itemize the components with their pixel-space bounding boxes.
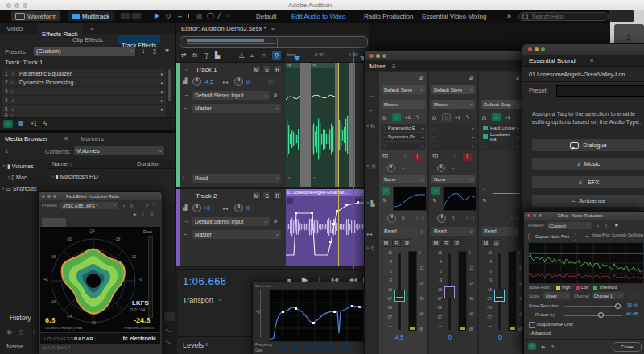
- track1-mute-button[interactable]: M: [252, 65, 261, 73]
- import-icon[interactable]: ↓: [5, 146, 9, 154]
- eq-graph[interactable]: [269, 289, 364, 342]
- column-name[interactable]: Name ↑: [52, 160, 72, 167]
- audio-clip[interactable]: [338, 63, 349, 187]
- fx-toggle-icon[interactable]: fx: [192, 51, 197, 59]
- audio-clip[interactable]: Pp.. ◔: [311, 63, 335, 187]
- strip2-automation-select[interactable]: Read˅: [431, 227, 475, 236]
- es-preset-select[interactable]: [556, 85, 644, 97]
- nr-close-button[interactable]: [527, 214, 530, 217]
- marquee-tool[interactable]: ▦: [196, 12, 203, 19]
- track1-name[interactable]: Track 1: [196, 66, 217, 73]
- panel-menu-icon[interactable]: ≡: [590, 57, 594, 64]
- track1-arm-button[interactable]: R: [273, 65, 282, 73]
- rack-list-icon[interactable]: ▦: [18, 120, 24, 127]
- strip1-fx-slot[interactable]: ○▸: [381, 142, 426, 150]
- mixer-minimize-button[interactable]: [376, 54, 380, 58]
- close-button[interactable]: Close: [613, 342, 642, 352]
- slip-tool[interactable]: ↔: [176, 12, 183, 19]
- strip3-volume-value[interactable]: 0: [498, 335, 502, 340]
- panel-menu-icon[interactable]: ≡: [64, 135, 68, 142]
- strip3-mute[interactable]: M: [481, 239, 490, 247]
- metronome-icon[interactable]: △: [239, 51, 244, 59]
- tab-markers[interactable]: Markers: [80, 135, 104, 142]
- panel-menu-icon[interactable]: ≡: [205, 341, 209, 348]
- pencil-icon[interactable]: ✎: [482, 198, 487, 204]
- track1-solo-button[interactable]: S: [262, 65, 271, 73]
- effect-slot-row[interactable]: 6 ○: [2, 113, 166, 117]
- media-row-macintosh-hd[interactable]: › ▮ Macintosh HD: [52, 173, 98, 180]
- track2-pan-knob[interactable]: [234, 204, 243, 212]
- editor-title[interactable]: Editor: Audition Demo2.sesx *: [181, 25, 266, 32]
- strip3-gain-slider[interactable]: [493, 193, 520, 194]
- send-power-icon[interactable]: ○: [453, 154, 456, 158]
- radar-trash-icon[interactable]: ▯: [130, 203, 133, 208]
- track1-pan-knob[interactable]: [234, 77, 243, 86]
- tab-effects-rack[interactable]: Effects Rack: [37, 23, 83, 34]
- strip2-mute[interactable]: M: [431, 239, 440, 247]
- ambience-button[interactable]: ≈ Ambience: [532, 195, 644, 207]
- strip2-send-knob[interactable]: [437, 164, 445, 172]
- overdub-icon[interactable]: ▵: [250, 51, 254, 59]
- timecode-display[interactable]: 1:06.666: [183, 275, 227, 287]
- track1-volume-value[interactable]: -4.5: [204, 79, 213, 84]
- rack-scrollbar[interactable]: [168, 69, 171, 101]
- mono-icon[interactable]: ⌀: [516, 75, 519, 81]
- track2-solo-button[interactable]: S: [262, 191, 271, 200]
- workspace-default[interactable]: Default: [256, 13, 276, 20]
- strip2-pan-value[interactable]: 0: [452, 216, 455, 221]
- select-noise-file-button[interactable]: [627, 292, 643, 299]
- monitor-icon[interactable]: ∩: [262, 51, 266, 59]
- meters-icon[interactable]: ▙: [215, 51, 220, 59]
- strip1-arm[interactable]: R: [402, 239, 411, 247]
- strip2-fx-slot[interactable]: ○▸: [431, 124, 476, 132]
- nr-amount-handle[interactable]: [615, 303, 621, 309]
- lightning-icon[interactable]: ϟ: [416, 114, 419, 120]
- strip1-send-dest[interactable]: None>: [382, 175, 425, 183]
- effect-slot-row[interactable]: 4 ○ ▸: [2, 96, 166, 104]
- tab-clip-effects[interactable]: Clip Effects: [72, 36, 103, 43]
- pencil-icon[interactable]: ✎: [382, 198, 387, 204]
- track2-arm-button[interactable]: R: [273, 191, 282, 200]
- razor-tool[interactable]: ◇: [166, 12, 171, 19]
- strip3-fader[interactable]: [494, 290, 505, 302]
- track2-volume-knob[interactable]: [192, 204, 201, 212]
- power-icon[interactable]: ○: [11, 106, 19, 112]
- scale-select[interactable]: Linear˅: [543, 292, 571, 299]
- lightning-icon[interactable]: ϟ: [43, 120, 47, 127]
- strip3-fx-power[interactable]: ○: [492, 113, 501, 121]
- tree-item-volumes[interactable]: ˅ ▮ Volumes: [2, 163, 34, 170]
- strip2-pan-knob[interactable]: [437, 214, 446, 223]
- panel-menu-icon[interactable]: ≡: [218, 296, 222, 303]
- ibeam-tool[interactable]: I: [188, 12, 189, 19]
- mono-icon[interactable]: ⌀: [419, 75, 423, 81]
- music-button[interactable]: ♪ Music: [532, 158, 644, 170]
- strip1-automation-select[interactable]: Read˅: [382, 227, 425, 236]
- gutter-fx-icon[interactable]: ˅ fx: [366, 123, 375, 129]
- power-icon[interactable]: ○: [11, 97, 19, 103]
- master-gain-slider[interactable]: [260, 290, 261, 337]
- save-preset-icon[interactable]: ↓: [142, 47, 146, 55]
- gutter-eq-icon[interactable]: ˅ ▙: [366, 200, 375, 207]
- gutter-automation-icon[interactable]: ˅ ⚲: [366, 245, 374, 252]
- window-minimize-button[interactable]: [14, 3, 19, 8]
- nr-preset-select[interactable]: (Custom)˅: [547, 222, 592, 229]
- lasso-tool[interactable]: ◯: [207, 12, 214, 19]
- gutter-sends-icon[interactable]: ˅ ⼒: [366, 163, 376, 171]
- track2-name[interactable]: Track 2: [196, 192, 217, 200]
- strip2-eq-power[interactable]: ○: [431, 187, 440, 195]
- send-prefader-icon[interactable]: ⼁: [463, 153, 472, 161]
- contents-select[interactable]: Volumes ˅: [74, 146, 164, 155]
- nr-amount-value[interactable]: 90 %: [627, 303, 638, 307]
- output-noise-checkbox[interactable]: [529, 322, 535, 328]
- window-close-button[interactable]: [6, 3, 11, 8]
- timeline-ruler[interactable]: hms 0:30 1:00: [286, 49, 369, 63]
- tab-video[interactable]: Video: [6, 25, 23, 32]
- track2-input-select[interactable]: Default Stereo Input >: [192, 217, 270, 226]
- strip2-solo[interactable]: S: [442, 239, 451, 247]
- move-tool[interactable]: ▶: [155, 12, 159, 19]
- es-minimize-button[interactable]: [535, 47, 539, 51]
- track2-mono-icon[interactable]: ⌀: [274, 218, 277, 224]
- nr-trash-icon[interactable]: ▯: [605, 223, 607, 228]
- track1-lane[interactable]: Pp.. ◔ Pp.. ◔: [286, 63, 369, 189]
- strip1-eq-thumb[interactable]: [393, 187, 427, 211]
